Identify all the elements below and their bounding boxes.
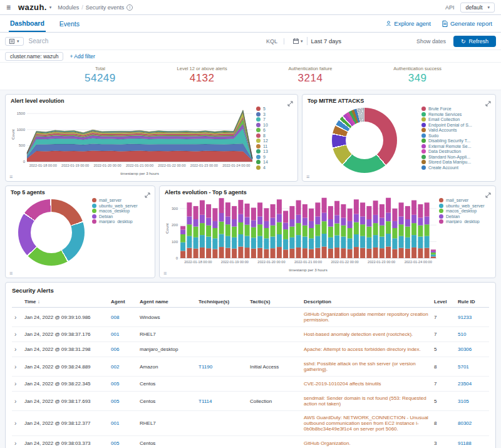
bar-segment[interactable] <box>219 213 224 222</box>
row-expander[interactable]: › <box>12 392 22 411</box>
bar-segment[interactable] <box>194 219 199 227</box>
row-expander[interactable]: › <box>12 377 22 392</box>
bar-segment[interactable] <box>315 202 320 216</box>
agents-donut-chart[interactable] <box>18 199 85 266</box>
cell-rule-id[interactable]: 3105 <box>455 392 489 411</box>
cell-agent-id[interactable]: 002 <box>108 357 137 377</box>
cell-technique[interactable] <box>196 411 247 436</box>
cell-technique[interactable]: T1190 <box>196 357 247 377</box>
bar-segment[interactable] <box>322 247 327 259</box>
bar-segment[interactable] <box>405 249 410 258</box>
bar-segment[interactable] <box>251 221 256 227</box>
bar-segment[interactable] <box>334 215 339 223</box>
bar-segment[interactable] <box>425 224 430 236</box>
column-header-level[interactable]: Level <box>431 297 455 308</box>
bar-segment[interactable] <box>264 249 269 259</box>
bar-segment[interactable] <box>264 221 269 228</box>
legend-item[interactable]: manjaro_desktop <box>439 219 489 224</box>
bar-segment[interactable] <box>245 247 250 258</box>
legend-item[interactable]: Sudo <box>421 133 490 138</box>
bar-segment[interactable] <box>380 248 385 258</box>
bar-segment[interactable] <box>392 221 397 228</box>
bar-segment[interactable] <box>289 227 294 237</box>
bar-segment[interactable] <box>283 239 288 249</box>
cell-technique[interactable] <box>196 377 247 392</box>
saved-query-menu-button[interactable]: ▾ <box>5 37 24 46</box>
explore-agent-button[interactable]: Explore agent <box>386 20 431 27</box>
bar-segment[interactable] <box>187 248 192 258</box>
bar-segment[interactable] <box>386 212 391 221</box>
cell-agent-id[interactable]: 006 <box>108 342 137 357</box>
bar-segment[interactable] <box>245 236 250 248</box>
bar-segment[interactable] <box>425 217 430 225</box>
bar-segment[interactable] <box>212 208 217 221</box>
bar-segment[interactable] <box>180 234 185 242</box>
cell-rule-id[interactable]: 91233 <box>455 308 489 327</box>
bar-segment[interactable] <box>348 209 353 221</box>
legend-item[interactable]: 13 <box>256 149 268 154</box>
bar-segment[interactable] <box>348 228 353 238</box>
bar-segment[interactable] <box>373 215 378 223</box>
column-header-agent[interactable]: Agent <box>108 297 137 308</box>
bar-segment[interactable] <box>251 249 256 258</box>
bar-segment[interactable] <box>425 236 430 248</box>
bar-segment[interactable] <box>425 248 430 258</box>
bar-segment[interactable] <box>380 218 385 226</box>
column-header-agent-name[interactable]: Agent name <box>137 297 196 308</box>
refresh-button[interactable]: ↻ Refresh <box>453 36 496 47</box>
cell-technique[interactable] <box>196 342 247 357</box>
legend-item[interactable]: Standard Non-Appli... <box>421 155 490 159</box>
bar-segment[interactable] <box>257 236 262 248</box>
legend-item[interactable]: Endpoint Denial of S... <box>421 123 490 127</box>
bar-segment[interactable] <box>431 249 436 251</box>
row-expander[interactable]: › <box>12 308 22 327</box>
bar-segment[interactable] <box>360 224 365 236</box>
bar-segment[interactable] <box>212 221 217 228</box>
bar-segment[interactable] <box>238 200 243 214</box>
cell-agent-id[interactable]: 001 <box>108 411 137 436</box>
bar-segment[interactable] <box>334 224 339 236</box>
legend-item[interactable]: Remote Services <box>421 112 490 117</box>
bar-segment[interactable] <box>386 247 391 259</box>
bar-segment[interactable] <box>251 227 256 238</box>
bar-segment[interactable] <box>315 236 320 248</box>
bar-segment[interactable] <box>194 249 199 258</box>
expand-panel-icon[interactable] <box>485 98 491 109</box>
bar-segment[interactable] <box>180 251 185 258</box>
bar-segment[interactable] <box>354 199 359 214</box>
cell-agent-id[interactable]: 005 <box>108 392 137 411</box>
row-expander[interactable]: › <box>12 357 22 377</box>
legend-item[interactable]: macos_desktop <box>439 209 489 213</box>
legend-item[interactable]: 12 <box>256 138 268 143</box>
bar-segment[interactable] <box>348 221 353 228</box>
bar-segment[interactable] <box>245 225 250 236</box>
bar-segment[interactable] <box>392 228 397 238</box>
bar-segment[interactable] <box>341 237 346 249</box>
bar-segment[interactable] <box>206 218 211 226</box>
bar-segment[interactable] <box>418 226 423 237</box>
breadcrumb-modules[interactable]: Modules <box>58 4 79 11</box>
search-input[interactable] <box>29 38 261 44</box>
bar-segment[interactable] <box>206 237 211 249</box>
bar-segment[interactable] <box>302 218 307 226</box>
cell-rule-id[interactable]: 5701 <box>455 357 489 377</box>
bar-segment[interactable] <box>399 248 404 258</box>
bar-segment[interactable] <box>271 204 276 218</box>
bar-segment[interactable] <box>360 202 365 216</box>
bar-segment[interactable] <box>245 204 250 217</box>
bar-segment[interactable] <box>386 221 391 234</box>
bar-segment[interactable] <box>238 222 243 234</box>
bar-segment[interactable] <box>257 202 262 216</box>
bar-segment[interactable] <box>392 209 397 221</box>
bar-segment[interactable] <box>212 228 217 238</box>
legend-item[interactable]: Create Account <box>421 165 490 170</box>
bar-segment[interactable] <box>200 247 205 258</box>
bar-segment[interactable] <box>328 219 333 227</box>
cell-agent-id[interactable]: 005 <box>108 377 137 392</box>
bar-segment[interactable] <box>289 219 294 227</box>
cell-agent-id[interactable]: 001 <box>108 327 137 342</box>
bar-segment[interactable] <box>289 237 294 249</box>
row-expander[interactable]: › <box>12 411 22 436</box>
bar-segment[interactable] <box>257 217 262 225</box>
expand-panel-icon[interactable] <box>287 98 293 109</box>
